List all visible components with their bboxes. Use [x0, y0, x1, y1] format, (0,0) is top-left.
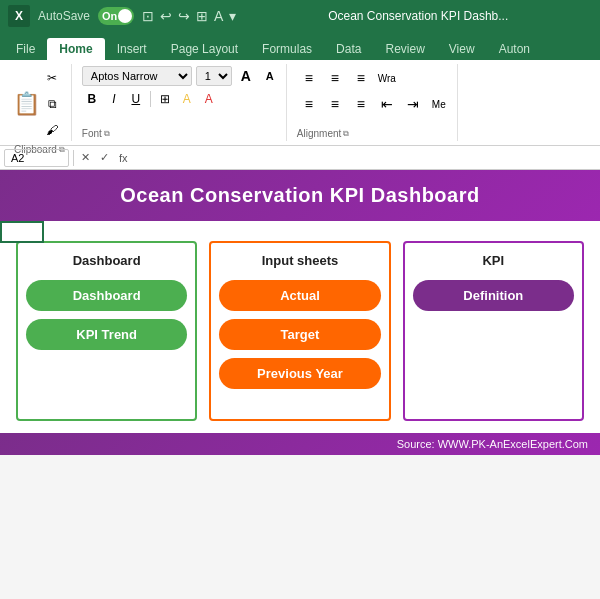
- confirm-formula-icon[interactable]: ✓: [97, 151, 112, 164]
- kpi-column-title: KPI: [482, 253, 504, 268]
- dashboard-wrapper: Ocean Conservation KPI Dashboard Dashboa…: [0, 170, 600, 599]
- tab-data[interactable]: Data: [324, 38, 373, 60]
- alignment-group: ≡ ≡ ≡ Wra ≡ ≡ ≡ ⇤ ⇥ Me Alignment ⧉: [291, 64, 458, 141]
- window-title: Ocean Conservation KPI Dashb...: [244, 9, 592, 23]
- autosave-label: AutoSave: [38, 9, 90, 23]
- redo-icon[interactable]: ↪: [178, 8, 190, 24]
- autosave-toggle[interactable]: On: [98, 7, 134, 25]
- save-icon[interactable]: ⊡: [142, 8, 154, 24]
- kpi-column: KPI Definition: [403, 241, 584, 421]
- align-right-button[interactable]: ≡: [349, 92, 373, 116]
- source-text: Source: WWW.PK-AnExcelExpert.Com: [397, 438, 588, 450]
- font-name-select[interactable]: Aptos Narrow: [82, 66, 192, 86]
- tab-review[interactable]: Review: [373, 38, 436, 60]
- format-painter-button[interactable]: 🖌: [40, 118, 64, 142]
- actual-button[interactable]: Actual: [219, 280, 380, 311]
- font-row1: Aptos Narrow 11 A A: [82, 66, 280, 86]
- tab-page-layout[interactable]: Page Layout: [159, 38, 250, 60]
- font-size-select[interactable]: 11: [196, 66, 232, 86]
- cell-a2-indicator: [0, 221, 44, 243]
- font-color-button[interactable]: A: [199, 89, 219, 109]
- formula-bar-divider: [73, 150, 74, 166]
- target-button[interactable]: Target: [219, 319, 380, 350]
- title-bar: X AutoSave On ⊡ ↩ ↪ ⊞ A ▾ Ocean Conserva…: [0, 0, 600, 32]
- autosave-knob: [118, 9, 132, 23]
- cancel-formula-icon[interactable]: ✕: [78, 151, 93, 164]
- paste-button[interactable]: 📋: [14, 92, 38, 116]
- font-expand-icon[interactable]: ⧉: [104, 129, 110, 139]
- ribbon-content: 📋 ✂ ⧉ 🖌 Clipboard ⧉ Aptos Narrow 11 A A …: [0, 60, 600, 146]
- clipboard-icons: 📋 ✂ ⧉ 🖌: [14, 66, 64, 142]
- title-bar-icons: ⊡ ↩ ↪ ⊞ A ▾: [142, 8, 236, 24]
- alignment-expand-icon[interactable]: ⧉: [343, 129, 349, 139]
- font-group: Aptos Narrow 11 A A B I U ⊞ A A Font ⧉: [76, 64, 287, 141]
- font-color-icon[interactable]: A: [214, 8, 223, 24]
- align-row1: ≡ ≡ ≡ Wra: [297, 66, 451, 90]
- clipboard-group: 📋 ✂ ⧉ 🖌 Clipboard ⧉: [8, 64, 72, 141]
- increase-font-button[interactable]: A: [236, 66, 256, 86]
- definition-button[interactable]: Definition: [413, 280, 574, 311]
- underline-button[interactable]: U: [126, 89, 146, 109]
- dashboard-footer: Source: WWW.PK-AnExcelExpert.Com: [0, 433, 600, 455]
- copy-button[interactable]: ⧉: [40, 92, 64, 116]
- dropdown-icon[interactable]: ▾: [229, 8, 236, 24]
- autosave-on-text: On: [102, 10, 117, 22]
- align-left-button[interactable]: ≡: [297, 92, 321, 116]
- input-sheets-column-title: Input sheets: [262, 253, 339, 268]
- font-label: Font ⧉: [82, 126, 280, 139]
- excel-logo: X: [8, 5, 30, 27]
- formula-bar: A2 ✕ ✓ fx: [0, 146, 600, 170]
- dashboard-body: Dashboard Dashboard KPI Trend Input shee…: [0, 221, 600, 433]
- kpi-trend-button[interactable]: KPI Trend: [26, 319, 187, 350]
- cell-reference-box[interactable]: A2: [4, 149, 69, 167]
- bold-button[interactable]: B: [82, 89, 102, 109]
- decrease-font-button[interactable]: A: [260, 66, 280, 86]
- dashboard-header: Ocean Conservation KPI Dashboard: [0, 170, 600, 221]
- tab-home[interactable]: Home: [47, 38, 104, 60]
- wrap-text-button[interactable]: Wra: [375, 66, 399, 90]
- tab-file[interactable]: File: [4, 38, 47, 60]
- previous-year-button[interactable]: Previous Year: [219, 358, 380, 389]
- undo-icon[interactable]: ↩: [160, 8, 172, 24]
- cut-button[interactable]: ✂: [40, 66, 64, 90]
- tab-formulas[interactable]: Formulas: [250, 38, 324, 60]
- fx-icon[interactable]: fx: [116, 152, 131, 164]
- align-row2: ≡ ≡ ≡ ⇤ ⇥ Me: [297, 92, 451, 116]
- fill-color-button[interactable]: A: [177, 89, 197, 109]
- tab-insert[interactable]: Insert: [105, 38, 159, 60]
- italic-button[interactable]: I: [104, 89, 124, 109]
- input-sheets-column: Input sheets Actual Target Previous Year: [209, 241, 390, 421]
- align-middle-button[interactable]: ≡: [323, 66, 347, 90]
- border-button[interactable]: ⊞: [155, 89, 175, 109]
- align-top-button[interactable]: ≡: [297, 66, 321, 90]
- indent-increase-button[interactable]: ⇥: [401, 92, 425, 116]
- dashboard-column-title: Dashboard: [73, 253, 141, 268]
- grid-icon[interactable]: ⊞: [196, 8, 208, 24]
- ribbon-tabs: File Home Insert Page Layout Formulas Da…: [0, 32, 600, 60]
- tab-auto[interactable]: Auton: [487, 38, 542, 60]
- merge-button[interactable]: Me: [427, 92, 451, 116]
- align-bottom-button[interactable]: ≡: [349, 66, 373, 90]
- dashboard-column: Dashboard Dashboard KPI Trend: [16, 241, 197, 421]
- tab-view[interactable]: View: [437, 38, 487, 60]
- dashboard-button[interactable]: Dashboard: [26, 280, 187, 311]
- dashboard-title: Ocean Conservation KPI Dashboard: [120, 184, 479, 206]
- indent-decrease-button[interactable]: ⇤: [375, 92, 399, 116]
- font-divider: [150, 91, 151, 107]
- font-row2: B I U ⊞ A A: [82, 89, 280, 109]
- alignment-label: Alignment ⧉: [297, 126, 451, 139]
- align-center-button[interactable]: ≡: [323, 92, 347, 116]
- columns-row: Dashboard Dashboard KPI Trend Input shee…: [16, 241, 584, 421]
